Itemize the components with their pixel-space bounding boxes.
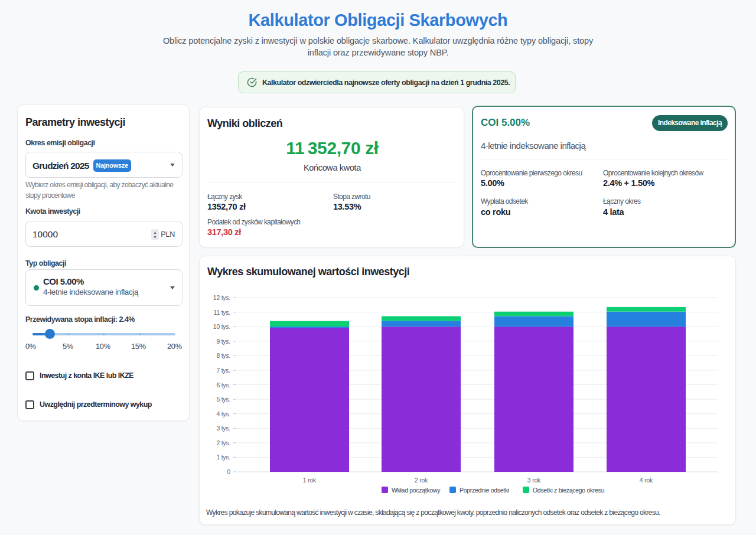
svg-text:1 tys.: 1 tys. xyxy=(216,454,230,461)
svg-text:Odsetki z bieżącego okresu: Odsetki z bieżącego okresu xyxy=(533,487,605,494)
svg-text:Poprzednie odsetki: Poprzednie odsetki xyxy=(460,487,509,494)
svg-text:3 tys.: 3 tys. xyxy=(216,425,230,432)
svg-text:2 tys.: 2 tys. xyxy=(216,439,230,446)
svg-text:Wkład początkowy: Wkład początkowy xyxy=(392,487,441,494)
svg-text:4 tys.: 4 tys. xyxy=(216,410,230,417)
svg-text:12 tys.: 12 tys. xyxy=(213,294,230,301)
svg-text:4 rok: 4 rok xyxy=(640,477,653,484)
svg-text:3 rok: 3 rok xyxy=(527,477,541,484)
svg-text:0: 0 xyxy=(227,468,230,475)
svg-text:11 tys.: 11 tys. xyxy=(214,309,230,316)
svg-text:6 tys.: 6 tys. xyxy=(216,381,230,389)
svg-text:8 tys.: 8 tys. xyxy=(216,352,230,359)
svg-text:5 tys.: 5 tys. xyxy=(216,396,230,403)
svg-text:1 rok: 1 rok xyxy=(303,477,317,484)
svg-text:10 tys.: 10 tys. xyxy=(213,323,230,330)
svg-text:2 rok: 2 rok xyxy=(415,477,428,484)
svg-text:9 tys.: 9 tys. xyxy=(216,338,230,345)
svg-text:7 tys.: 7 tys. xyxy=(216,367,230,374)
